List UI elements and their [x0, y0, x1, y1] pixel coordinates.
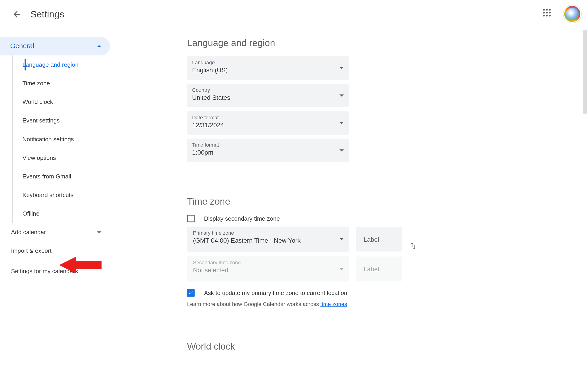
- sidebar-item-add-calendar[interactable]: Add calendar: [0, 223, 110, 241]
- country-select[interactable]: Country United States: [187, 84, 349, 107]
- date-format-select[interactable]: Date format 12/31/2024: [187, 111, 349, 135]
- sidebar-item-import-export[interactable]: Import & export: [0, 241, 110, 260]
- time-zones-link[interactable]: time zones: [320, 301, 347, 307]
- sidebar-group-general[interactable]: General: [0, 37, 110, 55]
- ask-update-tz-label: Ask to update my primary time zone to cu…: [204, 290, 347, 296]
- caret-down-icon: [339, 238, 344, 240]
- sidebar-item-keyboard-shortcuts[interactable]: Keyboard shortcuts: [13, 186, 110, 204]
- secondary-tz-select: Secondary time zone Not selected: [187, 256, 349, 282]
- sidebar-section-my-calendars: Settings for my calendars: [0, 260, 110, 277]
- time-format-select[interactable]: Time format 1:00pm: [187, 139, 349, 162]
- display-secondary-tz-checkbox[interactable]: [187, 215, 195, 222]
- swap-vert-icon[interactable]: [409, 242, 419, 252]
- primary-tz-select[interactable]: Primary time zone (GMT-04:00) Eastern Ti…: [187, 227, 349, 252]
- sidebar-item-view-options[interactable]: View options: [13, 148, 110, 167]
- sidebar-item-event-settings[interactable]: Event settings: [13, 111, 110, 130]
- ask-update-tz-checkbox[interactable]: [187, 289, 195, 297]
- redacted-region: [0, 285, 93, 361]
- sidebar-item-time-zone[interactable]: Time zone: [13, 74, 110, 93]
- display-secondary-tz-label: Display secondary time zone: [204, 215, 280, 222]
- content-area: Language and region Language English (US…: [110, 29, 588, 367]
- sidebar-item-events-gmail[interactable]: Events from Gmail: [13, 167, 110, 186]
- caret-down-icon: [339, 268, 344, 270]
- scrollbar[interactable]: [582, 30, 588, 367]
- sidebar-group-general-label: General: [10, 42, 34, 50]
- chevron-down-icon: [95, 228, 103, 236]
- language-select[interactable]: Language English (US): [187, 56, 349, 80]
- sidebar-item-language-region[interactable]: Language and region: [13, 55, 110, 74]
- primary-tz-label-input[interactable]: Label: [356, 227, 402, 252]
- section-title-time-zone: Time zone: [187, 196, 588, 207]
- section-world-clock: World clock: [187, 341, 588, 352]
- tz-learn-more: Learn more about how Google Calendar wor…: [187, 301, 588, 307]
- caret-down-icon: [339, 94, 344, 97]
- sidebar-item-offline[interactable]: Offline: [13, 204, 110, 223]
- caret-down-icon: [339, 150, 344, 152]
- sidebar-item-notification-settings[interactable]: Notification settings: [13, 130, 110, 148]
- apps-grid-icon[interactable]: [540, 6, 557, 23]
- section-title-language-region: Language and region: [187, 38, 588, 49]
- caret-down-icon: [339, 122, 344, 124]
- header: Settings: [0, 0, 588, 29]
- section-time-zone: Time zone Display secondary time zone Pr…: [187, 196, 588, 307]
- caret-down-icon: [339, 67, 344, 69]
- page-title: Settings: [31, 9, 64, 20]
- account-avatar[interactable]: [563, 5, 581, 23]
- section-language-region: Language and region Language English (US…: [187, 38, 588, 162]
- section-title-world-clock: World clock: [187, 341, 588, 352]
- chevron-up-icon: [95, 42, 103, 50]
- sidebar-item-world-clock[interactable]: World clock: [13, 93, 110, 111]
- back-arrow-icon[interactable]: [12, 9, 22, 19]
- secondary-tz-label-input: Label: [356, 257, 402, 281]
